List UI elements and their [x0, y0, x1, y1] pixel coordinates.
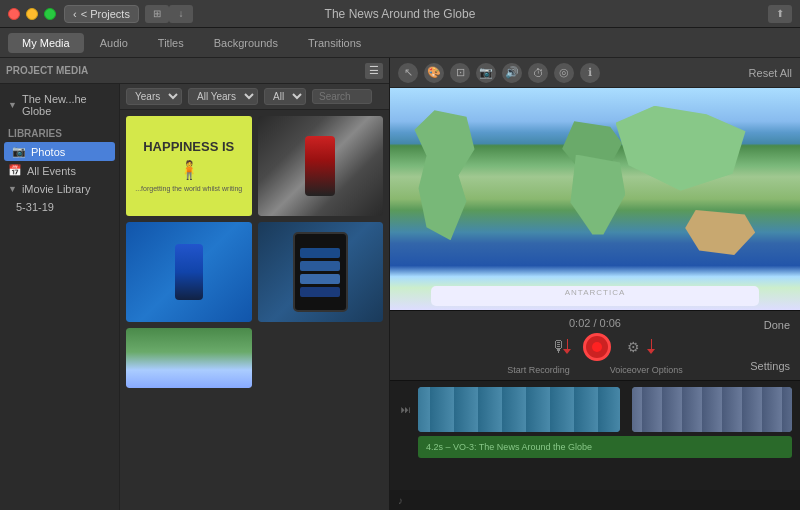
tab-bar: My Media Audio Titles Backgrounds Transi… [0, 28, 800, 58]
antarctica-label: ANTARCTICA [565, 288, 626, 297]
project-name-label: The New...he Globe [22, 93, 111, 117]
track-skip-icon[interactable]: ⏭ [398, 402, 414, 418]
media-item-beer-can[interactable] [258, 116, 384, 216]
main-content: PROJECT MEDIA ☰ ▼ The New...he Globe LIB… [0, 58, 800, 510]
reset-all-button[interactable]: Reset All [749, 67, 792, 79]
color-tool-icon[interactable]: 🎨 [424, 63, 444, 83]
search-input[interactable] [312, 89, 372, 104]
tab-my-media[interactable]: My Media [8, 33, 84, 53]
photos-icon: 📷 [12, 145, 26, 158]
voiceover-labels: Start Recording Voiceover Options [507, 365, 683, 375]
all-years-filter[interactable]: All Years [188, 88, 258, 105]
window-title: The News Around the Globe [325, 7, 476, 21]
camera-icon[interactable]: 📷 [476, 63, 496, 83]
sidebar-item-imovie-library[interactable]: ▼ iMovie Library [0, 180, 119, 198]
filter-bar: Years All Years All [120, 84, 389, 110]
info-icon[interactable]: ℹ [580, 63, 600, 83]
start-recording-label: Start Recording [507, 365, 570, 375]
fullscreen-button[interactable] [44, 8, 56, 20]
tab-audio[interactable]: Audio [86, 33, 142, 53]
view-toggle-icon[interactable]: ⊞ [145, 5, 169, 23]
settings-button[interactable]: Settings [750, 360, 790, 372]
media-content: ▼ The New...he Globe LIBRARIES 📷 Photos … [0, 84, 389, 510]
video-track-row: ⏭ [398, 387, 792, 432]
audio-track-label: 4.2s – VO-3: The News Around the Globe [426, 442, 592, 452]
media-grid: HAPPINESS IS 🧍 ...forgetting the world w… [120, 110, 389, 510]
chevron-down-icon-lib: ▼ [8, 184, 17, 194]
africa-shape [570, 155, 625, 235]
record-button[interactable] [583, 333, 611, 361]
americas-shape [411, 110, 491, 240]
map-preview: ANTARCTICA [390, 88, 800, 310]
speed-icon[interactable]: ⏱ [528, 63, 548, 83]
stabilize-icon[interactable]: ◎ [554, 63, 574, 83]
library-date-label: 5-31-19 [16, 201, 54, 213]
media-item-map-strip[interactable] [126, 328, 252, 388]
tab-backgrounds[interactable]: Backgrounds [200, 33, 292, 53]
titlebar-icons: ⬆ [768, 5, 792, 23]
happiness-title: HAPPINESS IS [143, 140, 234, 154]
media-item-blue-can[interactable] [126, 222, 252, 322]
timeline: ⏭ [390, 380, 800, 510]
title-bar: ‹ < Projects ⊞ ↓ The News Around the Glo… [0, 0, 800, 28]
world-map: ANTARCTICA [390, 88, 800, 310]
happiness-figure-icon: 🧍 [178, 159, 200, 181]
voiceover-options-icon[interactable]: ⚙ [627, 339, 640, 355]
crop-tool-icon[interactable]: ⊡ [450, 63, 470, 83]
sidebar-item-photos[interactable]: 📷 Photos [4, 142, 115, 161]
timeline-footer: ♪ [390, 490, 800, 510]
left-panel: PROJECT MEDIA ☰ ▼ The New...he Globe LIB… [0, 58, 390, 510]
years-filter[interactable]: Years [126, 88, 182, 105]
volume-icon[interactable]: 🔊 [502, 63, 522, 83]
chevron-down-icon: ▼ [8, 100, 17, 110]
voiceover-options-arrow [647, 339, 655, 354]
media-toolbar: PROJECT MEDIA ☰ [0, 58, 389, 84]
audio-skip-icon[interactable] [398, 439, 414, 455]
voiceover-options-label: Voiceover Options [610, 365, 683, 375]
events-icon: 📅 [8, 164, 22, 177]
traffic-lights [8, 8, 56, 20]
sidebar: ▼ The New...he Globe LIBRARIES 📷 Photos … [0, 84, 120, 510]
music-icon: ♪ [398, 495, 403, 506]
share-icon[interactable]: ⬆ [768, 5, 792, 23]
sidebar-toggle[interactable]: ☰ [365, 63, 383, 79]
happiness-subtitle: ...forgetting the world whilst writing [135, 185, 242, 192]
sidebar-item-date[interactable]: 5-31-19 [0, 198, 119, 216]
minimize-button[interactable] [26, 8, 38, 20]
video-track-secondary[interactable] [632, 387, 792, 432]
audio-track-row: 4.2s – VO-3: The News Around the Globe [398, 436, 792, 458]
imovie-library-label: iMovie Library [22, 183, 90, 195]
australia-shape [685, 210, 755, 255]
media-grid-panel: Years All Years All HAPPINESS IS 🧍 [120, 84, 389, 510]
photos-label: Photos [31, 146, 65, 158]
sidebar-item-project[interactable]: ▼ The New...he Globe [0, 90, 119, 120]
timecode-display: 0:02 / 0:06 [569, 317, 621, 329]
import-icon[interactable]: ↓ [169, 5, 193, 23]
chevron-left-icon: ‹ [73, 8, 77, 20]
projects-label: < Projects [81, 8, 130, 20]
audio-track-main[interactable]: 4.2s – VO-3: The News Around the Globe [418, 436, 792, 458]
libraries-section-label: LIBRARIES [0, 120, 119, 142]
done-button[interactable]: Done [764, 319, 790, 331]
happiness-card[interactable]: HAPPINESS IS 🧍 ...forgetting the world w… [126, 116, 252, 216]
right-panel: ↖ 🎨 ⊡ 📷 🔊 ⏱ ◎ ℹ Reset All ANTARCTICA [390, 58, 800, 510]
media-item-phone[interactable] [258, 222, 384, 322]
start-recording-arrow [563, 339, 571, 354]
sidebar-item-all-events[interactable]: 📅 All Events [0, 161, 119, 180]
close-button[interactable] [8, 8, 20, 20]
voiceover-bar: Done 0:02 / 0:06 🎙 ⚙ Start Recording Voi… [390, 310, 800, 380]
all-events-label: All Events [27, 165, 76, 177]
all-filter[interactable]: All [264, 88, 306, 105]
tab-transitions[interactable]: Transitions [294, 33, 375, 53]
video-track-main[interactable] [418, 387, 620, 432]
cursor-tool-icon[interactable]: ↖ [398, 63, 418, 83]
timeline-tracks: ⏭ [390, 381, 800, 490]
tab-titles[interactable]: Titles [144, 33, 198, 53]
project-media-label: PROJECT MEDIA [6, 65, 359, 76]
preview-toolbar: ↖ 🎨 ⊡ 📷 🔊 ⏱ ◎ ℹ Reset All [390, 58, 800, 88]
asia-shape [616, 106, 746, 191]
projects-button[interactable]: ‹ < Projects [64, 5, 139, 23]
